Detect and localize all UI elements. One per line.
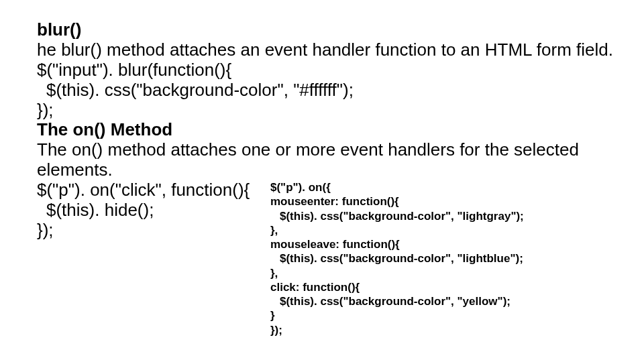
blur-heading: blur() — [37, 20, 617, 40]
side-code-line-9: $(this). css("background-color", "yellow… — [270, 294, 524, 308]
on-method-description: The on() method attaches one or more eve… — [37, 140, 617, 180]
blur-code-line-2: $(this). css("background-color", "#fffff… — [37, 80, 617, 101]
side-code-line-8: click: function(){ — [270, 280, 524, 294]
side-code-block: $("p"). on({ mouseenter: function(){ $(t… — [270, 180, 524, 337]
side-code-line-1: $("p"). on({ — [270, 180, 524, 194]
side-code-line-7: }, — [270, 266, 524, 280]
side-code-line-11: }); — [270, 323, 524, 337]
blur-code-line-1: $("input"). blur(function(){ — [37, 60, 617, 80]
mouseleave-fn: function(){ — [343, 238, 400, 251]
side-code-line-3: $(this). css("background-color", "lightg… — [270, 209, 524, 223]
click-fn: function(){ — [303, 281, 360, 294]
side-code-line-5: mouseleave: function(){ — [270, 237, 524, 251]
side-code-line-2: mouseenter: function(){ — [270, 194, 524, 208]
blur-code-line-3: }); — [37, 101, 617, 121]
side-code-line-6: $(this). css("background-color", "lightb… — [270, 251, 524, 265]
click-label: click: — [270, 281, 303, 294]
side-code-line-10: } — [270, 308, 524, 322]
mouseleave-label: mouseleave: — [270, 238, 343, 251]
side-code-line-4: }, — [270, 223, 524, 237]
on-method-heading: The on() Method — [37, 120, 617, 140]
mouseenter-fn: function(){ — [342, 195, 399, 208]
mouseenter-label: mouseenter: — [270, 195, 342, 208]
blur-description: he blur() method attaches an event handl… — [37, 40, 617, 60]
